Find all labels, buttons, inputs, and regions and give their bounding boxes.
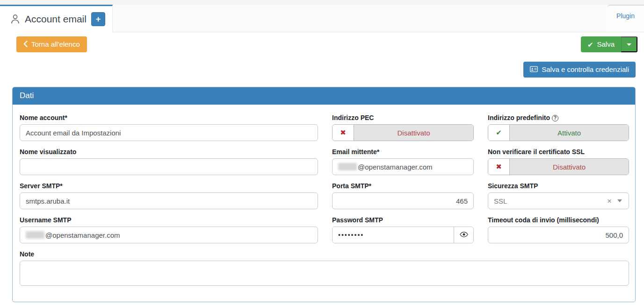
save-dropdown-button[interactable] xyxy=(621,36,637,52)
nome-account-input[interactable] xyxy=(20,124,318,141)
back-to-list-label: Torna all'elenco xyxy=(31,40,80,49)
redacted-text xyxy=(338,163,357,170)
cross-icon: ✖ xyxy=(333,125,354,141)
field-username-smtp: Username SMTP @openstamanager.com xyxy=(20,216,318,243)
field-timeout-coda: Timeout coda di invio (millisecondi) xyxy=(488,216,629,243)
panel-header: Dati xyxy=(13,87,635,105)
back-to-list-button[interactable]: Torna all'elenco xyxy=(16,36,87,52)
save-and-check-credentials-button[interactable]: Salva e controlla credenziali xyxy=(523,62,636,78)
username-smtp-label: Username SMTP xyxy=(20,216,318,224)
cross-icon: ✖ xyxy=(488,159,510,175)
chevron-left-icon xyxy=(23,41,28,48)
non-verificare-ssl-label: Non verificare il certificato SSL xyxy=(488,148,629,156)
non-verificare-ssl-state: Disattivato xyxy=(510,159,629,175)
toggle-password-visibility-button[interactable] xyxy=(454,227,473,243)
user-icon xyxy=(10,13,20,26)
email-mittente-input[interactable]: @openstamanager.com xyxy=(332,158,474,175)
caret-down-icon xyxy=(627,43,631,46)
email-mittente-value: @openstamanager.com xyxy=(358,163,433,171)
nome-visualizzato-input[interactable] xyxy=(20,158,318,175)
save-and-check-credentials-label: Salva e controlla credenziali xyxy=(542,65,629,74)
page-title: Account email xyxy=(25,14,87,25)
caret-down-icon xyxy=(617,199,622,202)
plugin-tab[interactable]: Plugin xyxy=(607,5,644,32)
tab-account-email[interactable]: Account email + xyxy=(0,5,113,32)
field-indirizzo-predefinito: Indirizzo predefinito? ✔ Attivato xyxy=(488,114,629,141)
timeout-coda-input[interactable] xyxy=(488,227,629,243)
toolbar: Torna all'elenco ✔ Salva xyxy=(0,32,644,52)
field-nome-visualizzato: Nome visualizzato xyxy=(20,148,318,175)
non-verificare-ssl-toggle[interactable]: ✖ Disattivato xyxy=(488,158,629,175)
password-smtp-input[interactable] xyxy=(333,227,454,243)
add-account-button[interactable]: + xyxy=(91,12,105,26)
check-icon: ✔ xyxy=(488,125,510,141)
password-smtp-group xyxy=(332,227,474,243)
indirizzo-predefinito-label: Indirizzo predefinito? xyxy=(488,114,629,121)
timeout-coda-label: Timeout coda di invio (millisecondi) xyxy=(488,216,629,224)
plugin-link[interactable]: Plugin xyxy=(616,12,635,20)
save-button[interactable]: ✔ Salva xyxy=(581,36,621,52)
note-label: Note xyxy=(20,250,629,258)
indirizzo-predefinito-toggle[interactable]: ✔ Attivato xyxy=(488,124,629,141)
field-email-mittente: Email mittente* @openstamanager.com xyxy=(332,148,474,175)
page-top-strip xyxy=(0,0,644,5)
username-smtp-value: @openstamanager.com xyxy=(45,231,120,239)
panel-body: Nome account* Indirizzo PEC ✖ Disattivat… xyxy=(13,105,635,302)
field-indirizzo-pec: Indirizzo PEC ✖ Disattivato xyxy=(332,114,474,141)
tab-bar-filler xyxy=(113,5,607,32)
field-password-smtp: Password SMTP xyxy=(332,216,474,243)
tab-bar: Account email + Plugin xyxy=(0,5,644,32)
secondary-toolbar: Salva e controlla credenziali xyxy=(0,52,644,78)
nome-account-label: Nome account* xyxy=(20,114,318,121)
password-smtp-label: Password SMTP xyxy=(332,216,474,224)
username-smtp-input[interactable]: @openstamanager.com xyxy=(20,227,318,243)
porta-smtp-label: Porta SMTP* xyxy=(332,182,474,190)
indirizzo-pec-toggle[interactable]: ✖ Disattivato xyxy=(332,124,474,141)
note-textarea[interactable] xyxy=(20,261,629,286)
server-smtp-label: Server SMTP* xyxy=(20,182,318,190)
field-porta-smtp: Porta SMTP* xyxy=(332,182,474,209)
save-label: Salva xyxy=(597,40,615,49)
data-panel: Dati Nome account* Indirizzo PEC ✖ Disat… xyxy=(12,87,636,302)
field-sicurezza-smtp: Sicurezza SMTP SSL × xyxy=(488,182,629,209)
field-nome-account: Nome account* xyxy=(20,114,318,141)
clear-icon[interactable]: × xyxy=(607,197,612,205)
redacted-text xyxy=(26,231,44,239)
sicurezza-smtp-value: SSL xyxy=(494,197,507,205)
sicurezza-smtp-select[interactable]: SSL × xyxy=(488,192,629,209)
save-split-button: ✔ Salva xyxy=(581,36,637,52)
email-mittente-label: Email mittente* xyxy=(332,148,474,156)
field-server-smtp: Server SMTP* xyxy=(20,182,318,209)
indirizzo-predefinito-state: Attivato xyxy=(510,125,629,141)
indirizzo-pec-state: Disattivato xyxy=(354,125,473,141)
sicurezza-smtp-label: Sicurezza SMTP xyxy=(488,182,629,190)
check-icon: ✔ xyxy=(587,41,593,48)
server-smtp-input[interactable] xyxy=(20,192,318,209)
field-non-verificare-ssl: Non verificare il certificato SSL ✖ Disa… xyxy=(488,148,629,175)
eye-icon xyxy=(460,231,468,239)
porta-smtp-input[interactable] xyxy=(332,192,474,209)
indirizzo-predefinito-label-text: Indirizzo predefinito xyxy=(488,114,550,121)
id-card-icon xyxy=(530,66,538,73)
help-icon[interactable]: ? xyxy=(552,115,558,121)
nome-visualizzato-label: Nome visualizzato xyxy=(20,148,318,156)
field-note: Note xyxy=(20,250,629,288)
indirizzo-pec-label: Indirizzo PEC xyxy=(332,114,474,121)
